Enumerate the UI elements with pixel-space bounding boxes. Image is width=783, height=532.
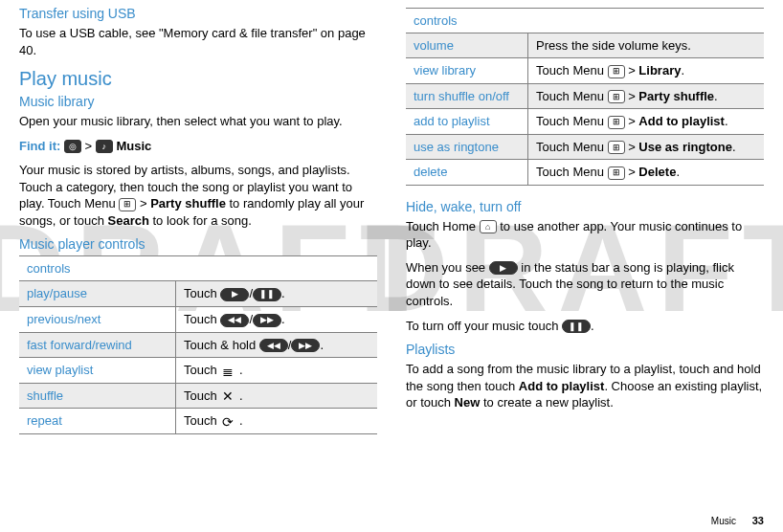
table-row: previous/next Touch ◀◀/▶▶.	[19, 306, 377, 332]
text-playlists: To add a song from the music library to …	[406, 361, 764, 411]
table-row: fast forward/rewind Touch & hold ◀◀/▶▶.	[19, 332, 377, 358]
row-value: Touch ✕ .	[176, 383, 377, 409]
forward-icon: ▶▶	[291, 339, 320, 352]
row-label: add to playlist	[406, 109, 528, 135]
pause-icon: ❚❚	[562, 320, 591, 333]
find-it-music: Music	[116, 139, 151, 153]
table-row: volume Press the side volume keys.	[406, 33, 764, 58]
heading-transfer: Transfer using USB	[19, 6, 377, 21]
bold: Party shuffle	[150, 196, 226, 211]
controls-table-1: controls play/pause Touch ▶/❚❚. previous…	[19, 255, 377, 433]
pause-icon: ❚❚	[253, 288, 281, 301]
left-column: Transfer using USB To use a USB cable, s…	[19, 4, 377, 434]
row-label: view library	[406, 58, 528, 84]
row-label: turn shuffle on/off	[406, 83, 528, 109]
row-label: previous/next	[19, 306, 176, 332]
table-row: turn shuffle on/off Touch Menu ⊞ > Party…	[406, 83, 764, 109]
footer-page: 33	[752, 515, 764, 526]
play-icon: ▶	[220, 288, 249, 301]
menu-icon: ⊞	[608, 116, 625, 129]
row-value: Touch Menu ⊞ > Delete.	[528, 160, 764, 186]
table-row: view library Touch Menu ⊞ > Library.	[406, 58, 764, 84]
row-value: Touch Menu ⊞ > Party shuffle.	[528, 83, 764, 109]
menu-icon: ⊞	[608, 166, 625, 180]
heading-hide-wake: Hide, wake, turn off	[406, 199, 764, 214]
find-it-line: Find it: ◎ > ♪ Music	[19, 138, 377, 155]
rewind-icon: ◀◀	[259, 339, 288, 352]
table-row: repeat Touch ⟳ .	[19, 409, 377, 434]
launcher-icon: ◎	[64, 140, 81, 153]
row-label: play/pause	[19, 281, 176, 307]
row-value: Touch Menu ⊞ > Library.	[528, 58, 764, 84]
text-transfer: To use a USB cable, see "Memory card & f…	[19, 25, 377, 58]
row-value: Touch & hold ◀◀/▶▶.	[176, 332, 377, 358]
row-label: fast forward/rewind	[19, 332, 176, 358]
row-label: view playlist	[19, 358, 176, 384]
text: >	[136, 196, 150, 211]
next-icon: ▶▶	[253, 314, 281, 327]
table-row: play/pause Touch ▶/❚❚.	[19, 281, 377, 307]
table-row: use as ringtone Touch Menu ⊞ > Use as ri…	[406, 134, 764, 160]
repeat-icon: ⟳	[220, 415, 235, 429]
text-library: Open your music library, then select wha…	[19, 113, 377, 130]
menu-icon: ⊞	[608, 65, 625, 78]
previous-icon: ◀◀	[220, 314, 249, 327]
text-hide-3: To turn off your music touch ❚❚.	[406, 318, 764, 335]
table-row: delete Touch Menu ⊞ > Delete.	[406, 160, 764, 186]
find-it-gt: >	[81, 139, 96, 153]
footer-section: Music	[711, 516, 736, 526]
text-stored: Your music is stored by artists, albums,…	[19, 162, 377, 229]
row-value: Touch Menu ⊞ > Add to playlist.	[528, 109, 764, 135]
row-value: Touch Menu ⊞ > Use as ringtone.	[528, 134, 764, 160]
find-it-label: Find it:	[19, 139, 60, 153]
text: to look for a song.	[149, 213, 252, 228]
heading-music-library: Music library	[19, 94, 377, 109]
row-value: Touch ⟳ .	[176, 409, 377, 434]
bold: Search	[108, 213, 149, 228]
heading-playlists: Playlists	[406, 342, 764, 357]
controls-table-2: controls volume Press the side volume ke…	[406, 8, 764, 186]
music-app-icon: ♪	[96, 140, 113, 153]
heading-player-controls: Music player controls	[19, 236, 377, 252]
table-header: controls	[19, 256, 377, 281]
shuffle-icon: ✕	[220, 389, 235, 403]
row-label: shuffle	[19, 383, 176, 409]
row-value: Touch ▶/❚❚.	[176, 281, 377, 307]
right-column: controls volume Press the side volume ke…	[406, 4, 764, 434]
table-header: controls	[406, 9, 764, 33]
heading-play-music: Play music	[19, 68, 377, 90]
row-value: Touch ≣ .	[176, 358, 377, 384]
text-hide-1: Touch Home ⌂ to use another app. Your mu…	[406, 218, 764, 252]
row-label: delete	[406, 160, 528, 186]
home-icon: ⌂	[480, 220, 497, 233]
menu-icon: ⊞	[608, 141, 625, 154]
table-row: add to playlist Touch Menu ⊞ > Add to pl…	[406, 109, 764, 135]
row-label: use as ringtone	[406, 134, 528, 160]
menu-icon: ⊞	[608, 90, 625, 103]
text-hide-2: When you see ▶ in the status bar a song …	[406, 259, 764, 310]
row-value: Press the side volume keys.	[528, 33, 764, 58]
playlist-icon: ≣	[220, 365, 235, 378]
table-row: shuffle Touch ✕ .	[19, 383, 377, 409]
menu-icon: ⊞	[119, 198, 136, 211]
page-footer: Music 33	[711, 515, 764, 526]
play-status-icon: ▶	[489, 261, 518, 275]
row-value: Touch ◀◀/▶▶.	[176, 306, 377, 332]
table-row: view playlist Touch ≣ .	[19, 358, 377, 384]
row-label: volume	[406, 33, 528, 58]
row-label: repeat	[19, 409, 176, 434]
